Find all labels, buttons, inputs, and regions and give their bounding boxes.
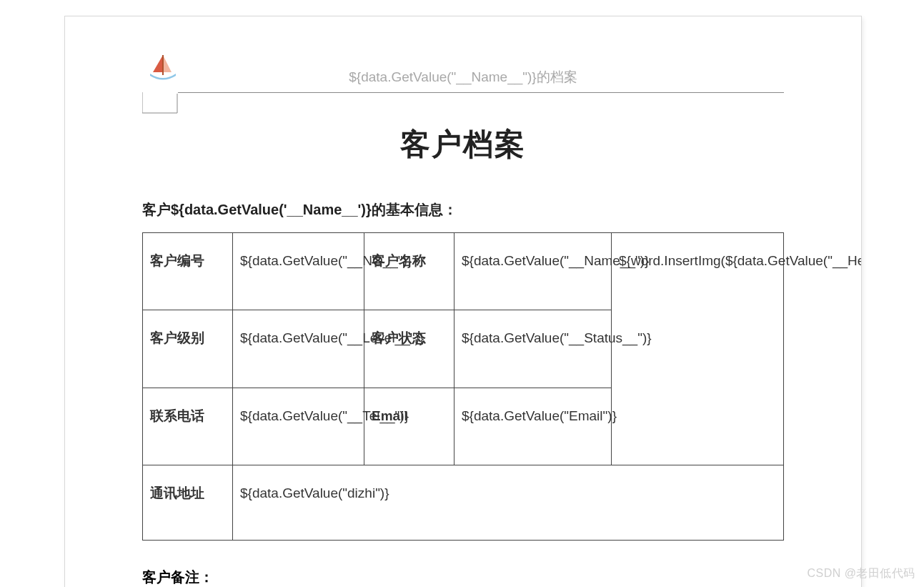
svg-rect-0	[162, 55, 164, 75]
cell-value-tel: ${data.GetValue("__Tel__")}	[233, 388, 364, 465]
cell-value-customer-name: ${data.GetValue("__Name__")}	[454, 233, 612, 310]
document-title: 客户档案	[142, 124, 784, 164]
cell-label-customer-status: 客户状态	[364, 310, 454, 388]
cell-value-customer-level: ${data.GetValue("__Level__")}	[233, 310, 364, 388]
table-row: 通讯地址 ${data.GetValue("dizhi")}	[143, 465, 784, 540]
table-row: 客户编号 ${data.GetValue("__NO__")} 客户名称 ${d…	[143, 233, 784, 310]
cell-value-customer-status: ${data.GetValue("__Status__")}	[454, 310, 612, 388]
cell-header-image: ${word.InsertImg(${data.GetValue("__Head…	[612, 233, 784, 465]
cell-label-address: 通讯地址	[143, 465, 233, 540]
cell-label-customer-level: 客户级别	[143, 310, 233, 388]
watermark-text: CSDN @老田低代码	[807, 566, 915, 581]
cell-value-customer-no: ${data.GetValue("__NO__")}	[233, 233, 364, 310]
cell-value-email: ${data.GetValue("Email")}	[454, 388, 612, 465]
svg-rect-1	[143, 92, 178, 94]
cell-label-tel: 联系电话	[143, 388, 233, 465]
document-body: 客户档案 客户${data.GetValue('__Name__')}的基本信息…	[65, 124, 861, 587]
cell-value-address: ${data.GetValue("dizhi")}	[233, 465, 784, 540]
logo-sailboat-icon	[147, 52, 179, 87]
cell-label-email: Email	[364, 388, 454, 465]
customer-info-table: 客户编号 ${data.GetValue("__NO__")} 客户名称 ${d…	[142, 232, 784, 541]
header-title: ${data.GetValue("__Name__")}的档案	[65, 68, 861, 87]
tab-notch-icon	[142, 92, 178, 114]
cell-label-customer-name: 客户名称	[364, 233, 454, 310]
section-heading-basic-info: 客户${data.GetValue('__Name__')}的基本信息：	[142, 200, 784, 219]
document-page: ${data.GetValue("__Name__")}的档案 客户档案 客户$…	[64, 16, 862, 587]
header-divider	[142, 92, 784, 93]
cell-label-customer-no: 客户编号	[143, 233, 233, 310]
section-heading-notes: 客户备注：	[142, 568, 784, 587]
page-header: ${data.GetValue("__Name__")}的档案	[65, 16, 861, 99]
